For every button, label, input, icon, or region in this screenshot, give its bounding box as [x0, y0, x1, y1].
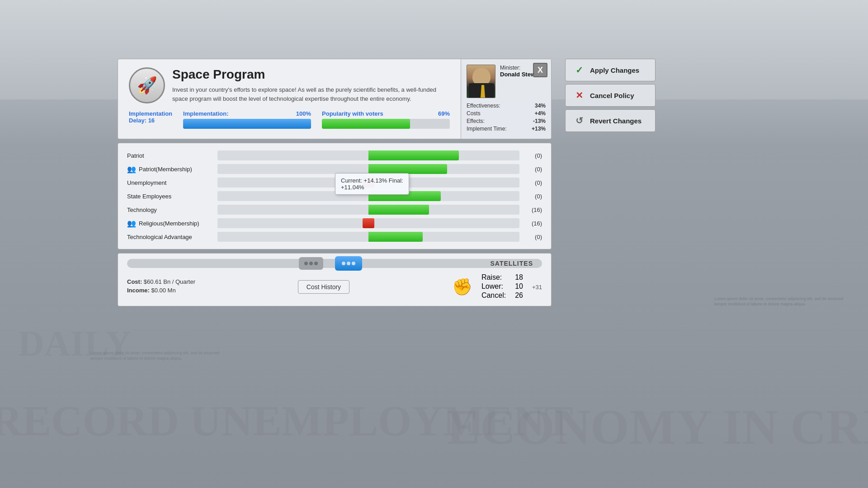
pop-value: 69% [438, 110, 450, 117]
main-ui-container: 🚀 Space Program Invest in your country's… [118, 59, 552, 306]
slider-row: SATELLITES [127, 259, 542, 268]
effect-label-state-employees: State Employees [127, 193, 217, 200]
effect-bar-fill-technology [368, 205, 429, 215]
effect-bar-fill-tech-advantage [368, 232, 423, 242]
tooltip-unemployment: Current: +14.13% Final: +11.04% [335, 173, 409, 195]
minister-stats: Effectiveness: 34% Costs +4% Effects: -1… [467, 103, 546, 132]
implement-time-row: Implement Time: +13% [467, 126, 546, 132]
effect-value-patriot: (0) [519, 152, 542, 159]
cancel-value: 26 [515, 291, 523, 300]
implementation-track [183, 119, 311, 129]
bottom-info-row: Cost: $60.61 Bn / Quarter Income: $0.00 … [127, 273, 542, 300]
lower-row: Lower: 10 [481, 282, 523, 291]
check-icon: ✓ [573, 64, 585, 76]
minister-tie [481, 85, 485, 98]
effect-label-technology: Technology [127, 206, 217, 213]
popularity-fill [322, 119, 410, 129]
effect-value-patriot-membership: (0) [519, 166, 542, 173]
effects-panel: Patriot (0) 👥 Patriot(Membership) (0) Un… [118, 143, 552, 249]
tooltip-final: +11.04% [341, 184, 403, 191]
impl-label: Implementation: [183, 110, 228, 117]
popularity-bar-label: Popularity with voters 69% [322, 110, 450, 117]
group-icon-patriot: 👥 [127, 165, 136, 174]
effect-row-religious-membership: 👥 Religious(Membership) (16) [127, 218, 542, 228]
impl-delay-line1: Implementation [129, 110, 172, 117]
policy-info: 🚀 Space Program Invest in your country's… [118, 59, 461, 139]
effect-row-patriot-membership: 👥 Patriot(Membership) (0) [127, 164, 542, 174]
effect-bar-fill-patriot-membership [368, 164, 447, 174]
thumb-dot-6 [352, 262, 355, 265]
income-row: Income: $0.00 Mn [127, 287, 195, 294]
effect-row-unemployment: Unemployment (0) Current: +14.13% Final:… [127, 178, 542, 188]
bottom-panel: SATELLITES Cost: $60.61 Bn / Quarter Inc… [118, 253, 552, 306]
revert-changes-label: Revert Changes [590, 117, 642, 125]
implement-time-label: Implement Time: [467, 126, 507, 132]
cost-history-button[interactable]: Cost History [298, 280, 349, 294]
effect-label-patriot-membership: 👥 Patriot(Membership) [127, 165, 217, 174]
pop-label: Popularity with voters [322, 110, 383, 117]
effectiveness-row: Effectiveness: 34% [467, 103, 546, 109]
effects-value: -13% [533, 118, 546, 124]
effect-bar-fill-patriot [368, 150, 459, 160]
effect-value-state-employees: (0) [519, 193, 542, 200]
revert-changes-button[interactable]: ↺ Revert Changes [565, 109, 656, 132]
cancel-row: Cancel: 26 [481, 291, 523, 300]
fist-icon: ✊ [452, 277, 472, 296]
newspaper-text-economy: ECONOMY IN CRI [447, 402, 868, 452]
thumb-dot-3 [314, 262, 318, 265]
cancel-label: Cancel: [481, 291, 506, 300]
implementation-bar-group: Implementation: 100% [183, 110, 311, 129]
costs-value: +4% [535, 110, 546, 117]
income-value: $0.00 Mn [151, 287, 175, 294]
x-icon: ✕ [573, 89, 585, 102]
effect-label-tech-advantage: Technological Advantage [127, 234, 217, 240]
effect-bar-patriot [217, 150, 519, 160]
effect-row-technology: Technology (16) [127, 205, 542, 215]
cancel-policy-button[interactable]: ✕ Cancel Policy [565, 84, 656, 107]
raise-label: Raise: [481, 273, 502, 282]
slider-label: SATELLITES [490, 260, 533, 267]
vote-stats: Raise: 18 Lower: 10 Cancel: 26 [481, 273, 523, 300]
policy-title: Space Program [172, 67, 450, 82]
vote-total: +31 [532, 284, 542, 291]
minister-panel: X Minister: Donald Stewart Effectiveness… [461, 59, 551, 139]
minister-body [469, 83, 494, 98]
vote-info: ✊ Raise: 18 Lower: 10 Cancel: 26 +31 [452, 273, 542, 300]
effect-row-patriot: Patriot (0) [127, 150, 542, 160]
apply-changes-button[interactable]: ✓ Apply Changes [565, 59, 656, 81]
impl-delay-line2: Delay: 16 [129, 117, 155, 124]
effect-value-unemployment: (0) [519, 179, 542, 186]
implement-time-value: +13% [532, 126, 546, 132]
policy-description: Invest in your country's efforts to expl… [172, 85, 450, 103]
income-label: Income: [127, 287, 150, 294]
slider-track: SATELLITES [127, 259, 542, 268]
cost-info: Cost: $60.61 Bn / Quarter Income: $0.00 … [127, 278, 195, 296]
implementation-bar-label: Implementation: 100% [183, 110, 311, 117]
implementation-delay: Implementation Delay: 16 [129, 110, 172, 124]
close-button[interactable]: X [533, 63, 547, 77]
slider-thumb-active[interactable] [335, 256, 362, 271]
popularity-bar-group: Popularity with voters 69% [322, 110, 450, 129]
effect-label-religious-membership: 👥 Religious(Membership) [127, 219, 217, 228]
lower-value: 10 [515, 282, 523, 291]
effect-bar-religious-membership [217, 218, 519, 228]
policy-header: 🚀 Space Program Invest in your country's… [129, 67, 450, 110]
newspaper-small-text: Lorem ipsum dolor sit amet, consectetur … [714, 296, 850, 307]
thumb-dot-1 [304, 262, 308, 265]
raise-value: 18 [515, 273, 523, 282]
effect-row-state-employees: State Employees (0) [127, 191, 542, 201]
policy-stats-row: Implementation Delay: 16 Implementation:… [129, 110, 450, 129]
slider-thumb-inactive[interactable] [299, 257, 323, 270]
effect-label-unemployment: Unemployment [127, 179, 217, 186]
actions-panel: ✓ Apply Changes ✕ Cancel Policy ↺ Revert… [565, 59, 656, 132]
effectiveness-value: 34% [535, 103, 546, 109]
raise-row: Raise: 18 [481, 273, 523, 282]
costs-label: Costs [467, 110, 481, 117]
popularity-track [322, 119, 450, 129]
costs-row: Costs +4% [467, 110, 546, 117]
effect-value-tech-advantage: (0) [519, 234, 542, 240]
effects-label: Effects: [467, 118, 485, 124]
effect-row-tech-advantage: Technological Advantage (0) [127, 232, 542, 242]
effect-bar-tech-advantage [217, 232, 519, 242]
group-icon-religious: 👥 [127, 219, 136, 228]
